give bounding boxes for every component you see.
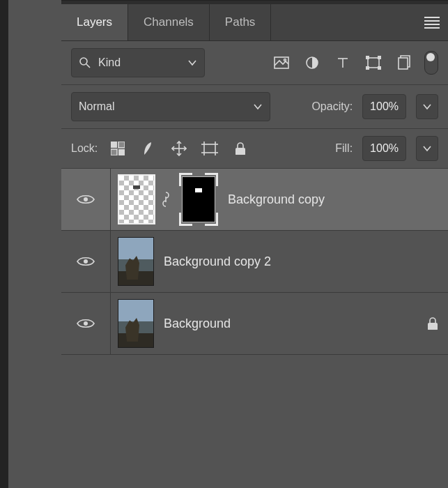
svg-point-29 [84,197,88,201]
svg-point-30 [84,259,88,264]
filter-adjustment-icon[interactable] [302,52,323,73]
layer-row[interactable]: Background copy 2 [61,231,448,293]
svg-rect-12 [399,58,408,69]
lock-pixels-icon[interactable] [138,138,159,159]
opacity-label: Opacity: [311,100,353,113]
filter-type-select[interactable]: Kind [71,48,205,77]
lock-label: Lock: [71,142,98,155]
lock-icon [426,317,439,330]
visibility-toggle[interactable] [61,169,111,230]
opacity-value[interactable]: 100% [362,94,406,119]
layer-name[interactable]: Background [164,317,417,331]
lock-row: Lock: Fill: 100% [61,129,448,169]
layers-panel: Layers Channels Paths Kind [61,4,448,488]
layer-thumbnail[interactable] [118,299,154,348]
svg-rect-28 [235,148,245,155]
layer-mask-thumbnail[interactable] [179,173,218,226]
svg-rect-11 [378,66,381,70]
filter-type-text-icon[interactable] [332,52,353,73]
tab-paths[interactable]: Paths [210,4,271,40]
svg-rect-15 [111,149,117,155]
svg-rect-13 [111,142,117,148]
fill-value[interactable]: 100% [362,136,406,161]
blend-row: Normal Opacity: 100% [61,85,448,129]
eye-icon [77,193,95,206]
lock-all-icon[interactable] [230,138,251,159]
blend-mode-value: Normal [79,100,115,113]
svg-line-1 [86,64,90,68]
filter-type-label: Kind [98,56,121,69]
filter-shape-icon[interactable] [363,52,384,73]
layer-name[interactable]: Background copy 2 [164,254,448,269]
svg-rect-19 [204,144,215,153]
filter-toggle-switch[interactable] [424,51,438,75]
tab-layers[interactable]: Layers [61,4,128,40]
eye-icon [77,317,95,330]
filter-smartobject-icon[interactable] [394,52,415,73]
panel-tab-bar: Layers Channels Paths [61,4,448,41]
filter-row: Kind [61,41,448,85]
lock-artboard-icon[interactable] [199,138,220,159]
lock-position-icon[interactable] [169,138,190,159]
opacity-dropdown[interactable] [416,94,438,119]
link-mask-icon[interactable] [160,192,172,207]
svg-point-31 [84,321,88,326]
visibility-toggle[interactable] [61,293,111,354]
svg-rect-14 [118,142,125,148]
lock-transparency-icon[interactable] [107,138,128,159]
panel-menu-button[interactable] [416,4,448,40]
chevron-down-icon [423,144,431,153]
chevron-down-icon [423,102,431,111]
layer-row[interactable]: Background copy [61,169,448,231]
svg-rect-10 [366,66,369,70]
visibility-toggle[interactable] [61,231,111,292]
chevron-down-icon [187,58,197,68]
svg-rect-32 [428,323,438,330]
layer-thumbnail[interactable] [118,174,155,224]
dock-gutter [8,0,61,488]
svg-rect-7 [368,58,379,68]
tab-channels[interactable]: Channels [128,4,210,40]
layer-thumbnail[interactable] [118,237,154,286]
eye-icon [77,255,95,268]
layer-name[interactable]: Background copy [228,192,448,207]
svg-rect-9 [378,56,381,59]
svg-rect-16 [118,149,125,155]
svg-point-3 [284,59,286,61]
menu-icon [424,17,440,29]
layer-lock-indicator[interactable] [417,317,448,330]
layer-row[interactable]: Background [61,293,448,355]
layers-list: Background copy Background copy 2 Backgr… [61,169,448,488]
svg-rect-8 [366,56,369,59]
fill-dropdown[interactable] [416,136,438,161]
search-icon [79,56,91,69]
blend-mode-select[interactable]: Normal [71,92,270,121]
chevron-down-icon [253,102,263,112]
filter-pixel-icon[interactable] [271,52,292,73]
fill-label: Fill: [335,142,353,155]
svg-point-0 [80,58,87,65]
